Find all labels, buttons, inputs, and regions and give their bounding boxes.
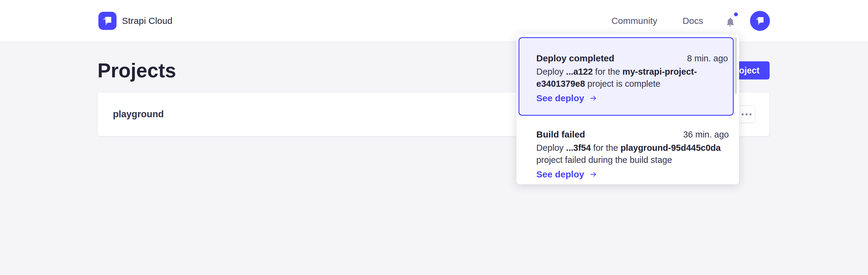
bell-icon	[725, 17, 736, 27]
notification-head: Build failed 36 min. ago	[536, 129, 729, 140]
notification-item-build-failed[interactable]: Build failed 36 min. ago Deploy ...3f54 …	[519, 116, 734, 184]
notification-time: 36 min. ago	[683, 129, 729, 140]
notification-body: Deploy ...3f54 for the playground-95d445…	[536, 142, 729, 166]
project-more-button[interactable]	[738, 106, 755, 123]
nav-community-link[interactable]: Community	[612, 16, 657, 26]
notifications-bell-button[interactable]	[725, 15, 736, 27]
ellipsis-icon	[742, 113, 744, 115]
notification-time: 8 min. ago	[687, 52, 728, 64]
unread-indicator-dot	[734, 12, 738, 16]
notification-item-deploy-completed[interactable]: Deploy completed 8 min. ago Deploy ...a1…	[519, 37, 734, 116]
ellipsis-icon	[745, 113, 748, 115]
see-deploy-link[interactable]: See deploy	[536, 168, 598, 181]
user-avatar-button[interactable]	[750, 11, 770, 31]
brand-name: Strapi Cloud	[122, 16, 173, 26]
notification-body: Deploy ...a122 for the my-strapi-project…	[536, 65, 728, 90]
brand-home-link[interactable]: Strapi Cloud	[98, 12, 173, 30]
notifications-dropdown: Deploy completed 8 min. ago Deploy ...a1…	[517, 34, 739, 184]
strapi-logo-icon	[98, 12, 117, 30]
strapi-glyph	[98, 9, 117, 33]
nav-docs-link[interactable]: Docs	[683, 16, 703, 26]
ellipsis-icon	[749, 113, 751, 115]
notification-title: Deploy completed	[536, 52, 614, 64]
page-title: Projects	[97, 59, 176, 82]
arrow-right-icon	[589, 170, 598, 178]
project-name: playground	[113, 109, 164, 120]
header-nav: Community Docs	[612, 11, 770, 31]
scrollbar-thumb[interactable]	[734, 37, 737, 94]
arrow-right-icon	[589, 94, 598, 102]
see-deploy-label: See deploy	[536, 92, 584, 104]
see-deploy-label: See deploy	[536, 168, 584, 181]
see-deploy-link[interactable]: See deploy	[536, 92, 598, 104]
notification-head: Deploy completed 8 min. ago	[536, 52, 728, 64]
notification-title: Build failed	[536, 129, 585, 140]
avatar-strapi-icon	[751, 12, 768, 29]
